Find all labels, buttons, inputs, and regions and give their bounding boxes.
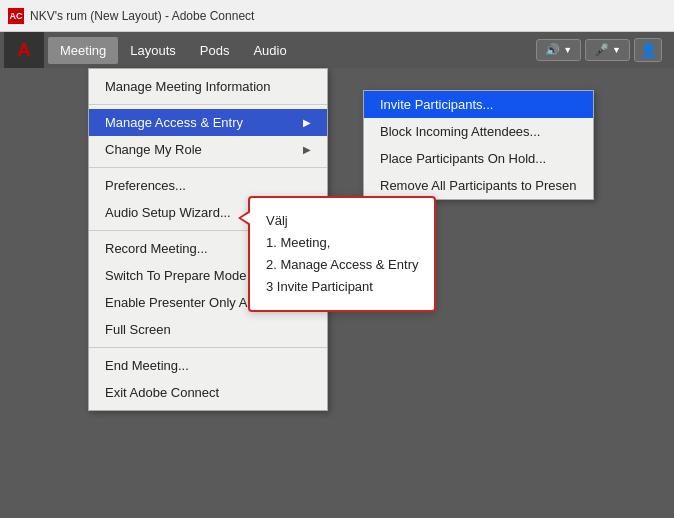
access-entry-submenu: Invite Participants... Block Incoming At…	[363, 90, 594, 200]
mic-arrow: ▼	[612, 45, 621, 55]
menu-layouts[interactable]: Layouts	[118, 37, 188, 64]
adobe-logo: A	[4, 32, 44, 68]
menu-pods[interactable]: Pods	[188, 37, 242, 64]
menu-item-manage-access[interactable]: Manage Access & Entry ▶	[89, 109, 327, 136]
speaker-button[interactable]: 🔊 ▼	[536, 39, 581, 61]
camera-icon: 👤	[640, 42, 657, 58]
title-bar: AC NKV's rum (New Layout) - Adobe Connec…	[0, 0, 674, 32]
menu-item-exit[interactable]: Exit Adobe Connect	[89, 379, 327, 406]
menu-item-manage-meeting[interactable]: Manage Meeting Information	[89, 73, 327, 100]
window-title: NKV's rum (New Layout) - Adobe Connect	[30, 9, 254, 23]
callout-line-3: 3 Invite Participant	[266, 276, 418, 298]
menu-audio[interactable]: Audio	[241, 37, 298, 64]
menu-section-5: End Meeting... Exit Adobe Connect	[89, 348, 327, 410]
callout-line-1: 1. Meeting,	[266, 232, 418, 254]
menu-meeting[interactable]: Meeting	[48, 37, 118, 64]
menu-item-change-role[interactable]: Change My Role ▶	[89, 136, 327, 163]
menu-item-end-meeting[interactable]: End Meeting...	[89, 352, 327, 379]
toolbar-right: 🔊 ▼ 🎤 ▼ 👤	[536, 38, 670, 62]
speaker-icon: 🔊	[545, 43, 560, 57]
callout-tooltip: Välj 1. Meeting, 2. Manage Access & Entr…	[248, 196, 436, 312]
menu-bar: A Meeting Layouts Pods Audio 🔊 ▼ 🎤 ▼ 👤	[0, 32, 674, 68]
menu-item-full-screen[interactable]: Full Screen	[89, 316, 327, 343]
submenu-remove-all[interactable]: Remove All Participants to Presen	[364, 172, 593, 199]
submenu-block-attendees[interactable]: Block Incoming Attendees...	[364, 118, 593, 145]
callout-line-2: 2. Manage Access & Entry	[266, 254, 418, 276]
main-content: Manage Meeting Information Manage Access…	[0, 68, 674, 518]
submenu-hold[interactable]: Place Participants On Hold...	[364, 145, 593, 172]
app-icon: AC	[8, 8, 24, 24]
camera-button[interactable]: 👤	[634, 38, 662, 62]
callout-title: Välj	[266, 210, 418, 232]
change-role-arrow: ▶	[303, 144, 311, 155]
speaker-arrow: ▼	[563, 45, 572, 55]
menu-section-2: Manage Access & Entry ▶ Change My Role ▶	[89, 105, 327, 168]
submenu-arrow: ▶	[303, 117, 311, 128]
mic-button[interactable]: 🎤 ▼	[585, 39, 630, 61]
menu-item-preferences[interactable]: Preferences...	[89, 172, 327, 199]
submenu-invite[interactable]: Invite Participants...	[364, 91, 593, 118]
menu-section-1: Manage Meeting Information	[89, 69, 327, 105]
mic-icon: 🎤	[594, 43, 609, 57]
